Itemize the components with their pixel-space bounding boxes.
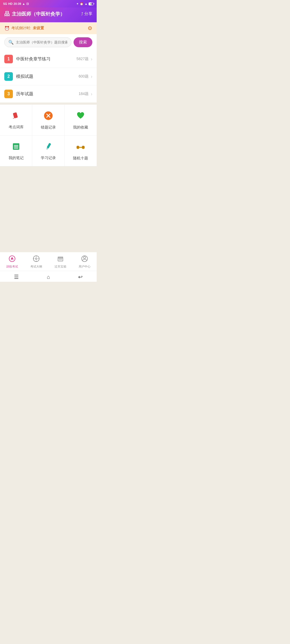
grid-section: 考点词库 错题记录 我的收藏 xyxy=(0,105,97,166)
countdown-value: 未设置 xyxy=(33,26,44,31)
header: 品 主治医师（中医针灸学） ⤴ 分享 xyxy=(0,8,97,22)
shoucang-label: 我的收藏 xyxy=(73,125,88,130)
user-icon xyxy=(81,255,88,264)
svg-rect-0 xyxy=(13,112,18,118)
pen-icon xyxy=(44,142,53,153)
status-time: 20:39 xyxy=(14,2,21,5)
status-right: ✦ ⏰ ▲ 61 xyxy=(76,2,93,6)
svg-point-18 xyxy=(35,258,37,259)
nav-label-train: 训练考试 xyxy=(6,265,18,269)
bottom-nav: 训练考试 考试大纲 过关宝箱 xyxy=(0,252,97,271)
search-icon: 🔍 xyxy=(8,40,14,45)
list-item-2[interactable]: 2 模拟试题 600题 › xyxy=(0,68,97,85)
hd-indicator: HD xyxy=(8,2,13,5)
search-button[interactable]: 搜索 xyxy=(74,37,92,47)
list-num-1: 1 xyxy=(4,55,13,63)
list-num-3: 3 xyxy=(4,90,13,98)
list-item-3[interactable]: 3 历年试题 184题 › xyxy=(0,85,97,103)
pencil-icon xyxy=(12,111,20,122)
wifi-icon: ▲ xyxy=(85,2,88,5)
network-indicator: 5G xyxy=(3,2,7,5)
nav-item-treasure[interactable]: 过关宝箱 xyxy=(48,254,73,270)
nav-label-user: 用户中心 xyxy=(79,265,90,269)
nav-item-outline[interactable]: 考试大纲 xyxy=(24,254,48,270)
svg-point-28 xyxy=(84,257,86,259)
record-icon: ⊡ xyxy=(26,2,29,6)
grid-cell-biji[interactable]: 我的笔记 xyxy=(0,136,32,166)
list-num-2: 2 xyxy=(4,72,13,81)
outline-icon xyxy=(33,255,39,264)
svg-rect-9 xyxy=(47,143,51,148)
list-arrow-1: › xyxy=(91,56,92,62)
nav-item-user[interactable]: 用户中心 xyxy=(73,254,97,270)
list-name-1: 中医针灸章节练习 xyxy=(16,56,77,62)
search-area: 🔍 搜索 xyxy=(0,34,97,50)
grid-cell-suiji[interactable]: 随机十题 xyxy=(65,136,97,166)
grid-cell-shoucang[interactable]: 我的收藏 xyxy=(65,105,97,135)
status-left: 5G HD 20:39 ▲ ⊡ xyxy=(3,2,29,6)
list-count-3: 184题 xyxy=(79,92,89,96)
home-icon[interactable]: ⌂ xyxy=(47,274,50,280)
svg-marker-10 xyxy=(46,148,48,149)
suiji-label: 随机十题 xyxy=(73,156,88,161)
nav-item-train[interactable]: 训练考试 xyxy=(0,254,24,270)
app-logo-icon: 品 xyxy=(4,10,10,17)
header-title-area: 品 主治医师（中医针灸学） xyxy=(4,10,65,17)
sys-nav: ☰ ⌂ ↩ xyxy=(0,271,97,282)
kaodian-label: 考点词库 xyxy=(9,125,24,130)
list-count-1: 5827题 xyxy=(77,57,89,61)
heart-icon xyxy=(76,111,85,122)
svg-point-14 xyxy=(77,146,79,149)
empty-area xyxy=(0,166,97,252)
signal-icon: ▲ xyxy=(22,2,25,5)
svg-rect-13 xyxy=(79,147,82,148)
notes-icon xyxy=(12,142,20,153)
search-input[interactable] xyxy=(16,40,67,44)
gear-button[interactable]: ⚙ xyxy=(88,25,92,31)
alarm-icon: ⏰ xyxy=(80,2,84,6)
grid-row-1: 考点词库 错题记录 我的收藏 xyxy=(0,105,97,136)
list-count-2: 600题 xyxy=(79,74,89,79)
biji-label: 我的笔记 xyxy=(9,156,24,160)
clock-icon: ⏰ xyxy=(4,26,10,31)
bluetooth-icon: ✦ xyxy=(76,2,79,6)
grid-cell-cuoti[interactable]: 错题记录 xyxy=(32,105,64,135)
list-section: 1 中医针灸章节练习 5827题 › 2 模拟试题 600题 › 3 历年试题 … xyxy=(0,50,97,103)
page-title: 主治医师（中医针灸学） xyxy=(12,11,65,17)
grid-cell-xuexi[interactable]: 学习记录 xyxy=(32,136,64,166)
grid-cell-kaodian[interactable]: 考点词库 xyxy=(0,105,32,135)
share-button[interactable]: ⤴ 分享 xyxy=(81,11,92,16)
status-bar: 5G HD 20:39 ▲ ⊡ ✦ ⏰ ▲ 61 xyxy=(0,0,97,8)
svg-marker-1 xyxy=(13,118,14,119)
wrong-icon xyxy=(44,111,53,122)
binoculars-icon xyxy=(76,142,85,153)
countdown-bar: ⏰ 考试倒计时: 未设置 ⚙ xyxy=(0,22,97,34)
list-item-1[interactable]: 1 中医针灸章节练习 5827题 › xyxy=(0,50,97,68)
xuexi-label: 学习记录 xyxy=(41,156,56,160)
list-arrow-3: › xyxy=(91,91,92,97)
back-icon[interactable]: ↩ xyxy=(78,274,83,280)
list-name-2: 模拟试题 xyxy=(16,74,79,79)
nav-label-treasure: 过关宝箱 xyxy=(55,265,66,269)
search-input-wrap[interactable]: 🔍 xyxy=(4,37,71,47)
cuoti-label: 错题记录 xyxy=(41,125,56,130)
share-icon: ⤴ xyxy=(81,12,83,16)
list-arrow-2: › xyxy=(91,74,92,79)
grid-row-2: 我的笔记 学习记录 随机十题 xyxy=(0,136,97,166)
nav-label-outline: 考试大纲 xyxy=(30,265,42,269)
battery-icon: 61 xyxy=(89,2,93,5)
list-name-3: 历年试题 xyxy=(16,91,79,97)
countdown-label: 考试倒计时: xyxy=(11,26,31,31)
countdown-left: ⏰ 考试倒计时: 未设置 xyxy=(4,26,44,31)
menu-icon[interactable]: ☰ xyxy=(14,274,19,280)
svg-point-15 xyxy=(82,146,85,149)
train-home-icon xyxy=(9,255,15,264)
treasure-icon xyxy=(57,255,64,264)
share-label: 分享 xyxy=(84,11,92,16)
